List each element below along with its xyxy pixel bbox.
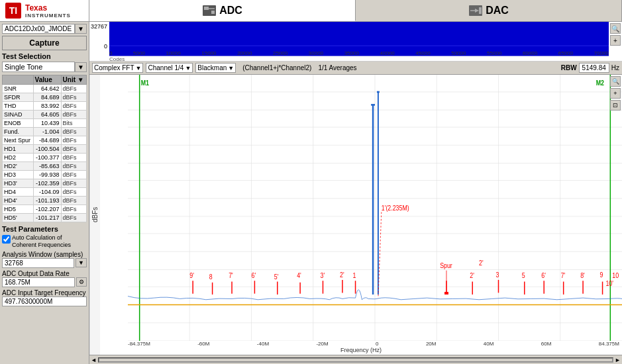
fft-main-svg: M1 M2 1'(2.235M): [128, 75, 622, 341]
metric-name: Next Spur: [3, 136, 34, 145]
x-tick-1: -84.375M: [128, 341, 150, 347]
adc-input-freq-value[interactable]: 497.76300000M: [2, 296, 87, 306]
svg-rect-9: [479, 7, 482, 14]
scrollbar-thumb[interactable]: [99, 358, 613, 362]
metric-unit: dBFs: [61, 162, 86, 171]
metric-value: 83.992: [33, 102, 61, 111]
metric-name: SFDR: [3, 93, 34, 102]
scrollbar-track[interactable]: [98, 357, 613, 363]
chart-area: 32767 0 0 5000 10000 15000 20000: [89, 22, 622, 364]
svg-text:6': 6': [541, 271, 546, 279]
metric-name: HD2: [3, 154, 34, 162]
metric-unit: dBFs: [61, 93, 86, 102]
table-row: HD4 -104.09 dBFs: [3, 188, 87, 197]
table-row: Fund. -1.004 dBFs: [3, 128, 87, 136]
metric-value: -99.938: [33, 171, 61, 179]
auto-calc-checkbox[interactable]: [2, 235, 11, 244]
metric-value: -101.217: [33, 214, 61, 222]
metric-value: -101.193: [33, 197, 61, 205]
svg-text:6': 6': [252, 271, 256, 279]
formula-label: (Channel1+j*Channel2): [242, 64, 311, 71]
ti-logo-icon: TI: [4, 1, 23, 20]
tab-adc[interactable]: ADC: [89, 0, 356, 21]
y-axis-label: dBFs: [89, 75, 100, 355]
metric-value: -100.377: [33, 154, 61, 162]
tab-dac-label: DAC: [486, 5, 509, 17]
metric-name: HD2': [3, 162, 34, 171]
chart-zoom-icon[interactable]: 🔍: [610, 76, 621, 87]
chart-zoom-plus[interactable]: +: [610, 88, 621, 99]
x-axis-label: Frequency (Hz): [100, 347, 622, 353]
svg-text:2': 2': [340, 271, 344, 279]
analysis-window-value[interactable]: 32768: [2, 258, 74, 268]
svg-text:2': 2': [479, 259, 484, 267]
window-select[interactable]: Blackman ▼: [195, 63, 236, 73]
metric-value: -85.663: [33, 162, 61, 171]
x-tick-8: 60M: [541, 341, 552, 347]
adc-output-rate-gear[interactable]: ⚙: [76, 277, 87, 287]
scroll-right-arrow[interactable]: ►: [613, 357, 621, 363]
svg-text:1'(2.235M): 1'(2.235M): [382, 204, 409, 212]
svg-text:Spur: Spur: [440, 261, 452, 269]
metric-value: -104.09: [33, 188, 61, 197]
header: TI Texas INSTRUMENTS ADC DAC: [0, 0, 622, 22]
adc-output-rate-value[interactable]: 168.75M: [2, 277, 75, 287]
x-tick-4: -20M: [316, 341, 328, 347]
auto-calc-row: Auto Calculation ofCoherent Frequencies: [2, 234, 87, 249]
test-selection-arrow[interactable]: ▼: [75, 62, 87, 72]
metric-unit: dBFs: [61, 205, 86, 214]
test-selection-dropdown: Single Tone ▼: [2, 62, 87, 72]
svg-text:5: 5: [522, 271, 525, 279]
svg-text:TI: TI: [9, 5, 17, 16]
table-row: HD5' -101.217 dBFs: [3, 214, 87, 222]
y-ticks-container: [100, 75, 128, 341]
codes-y-axis: 32767 0: [89, 22, 109, 56]
channel-select[interactable]: Channel 1/4 ▼: [146, 63, 193, 73]
device-name[interactable]: ADC12DJx00_JMODE: [2, 24, 75, 34]
dac-icon: [468, 5, 483, 17]
capture-button[interactable]: Capture: [2, 36, 87, 50]
plus-icon[interactable]: +: [610, 35, 621, 46]
table-row: HD2 -100.377 dBFs: [3, 154, 87, 162]
metric-name: HD5: [3, 205, 34, 214]
tab-dac[interactable]: DAC: [356, 0, 622, 21]
metric-value: 64.605: [33, 111, 61, 119]
table-row: HD1 -100.504 dBFs: [3, 145, 87, 154]
x-tick-5: 0: [376, 341, 378, 347]
metric-unit: dBFs: [61, 179, 86, 188]
x-tick-2: -60M: [197, 341, 209, 347]
metric-name: HD3': [3, 179, 34, 188]
x-tick-6: 20M: [426, 341, 437, 347]
svg-text:1: 1: [353, 271, 356, 279]
test-parameters: Test Parameters Auto Calculation ofCoher…: [2, 225, 87, 306]
adc-icon: [202, 5, 217, 17]
fft-type-select[interactable]: Complex FFT ▼: [92, 63, 143, 73]
metric-unit: dBFs: [61, 102, 86, 111]
chart-zoom-controls: 🔍 + ⊡: [610, 76, 621, 111]
left-panel: ADC12DJx00_JMODE ▼ Capture Test Selectio…: [0, 22, 89, 364]
x-ticks: -84.375M -60M -40M -20M 0 20M 40M 60M 84…: [100, 341, 622, 347]
analysis-window-label: Analysis Window (samples): [2, 251, 87, 258]
fft-canvas: M1 M2 1'(2.235M): [128, 75, 622, 341]
codes-canvas: 0 5000 10000 15000 20000 25000 30000 350…: [109, 22, 609, 56]
analysis-window-row: 32768 ▼: [2, 258, 87, 268]
zoom-icon[interactable]: 🔍: [610, 23, 621, 34]
metric-value: -1.004: [33, 128, 61, 136]
device-arrow[interactable]: ▼: [75, 24, 87, 34]
metric-name: HD5': [3, 214, 34, 222]
table-row: HD4' -101.193 dBFs: [3, 197, 87, 205]
test-selection-label: Test Selection: [2, 52, 87, 60]
metric-unit: dBFs: [61, 214, 86, 222]
chart-zoom-minus[interactable]: ⊡: [610, 100, 621, 111]
codes-x-ticks: 0 5000 10000 15000 20000 25000 30000 350…: [109, 50, 609, 56]
y-axis-svg: [100, 75, 128, 341]
metric-value: 64.642: [33, 85, 61, 93]
chart-scrollbar[interactable]: ◄ ►: [89, 355, 622, 364]
scroll-left-arrow[interactable]: ◄: [91, 357, 98, 363]
test-selection-value[interactable]: Single Tone: [2, 62, 75, 72]
analysis-window-arrow[interactable]: ▼: [76, 258, 87, 267]
chart-with-controls: M1 M2 1'(2.235M): [100, 75, 622, 355]
metric-value: -100.504: [33, 145, 61, 154]
metric-name: HD3: [3, 171, 34, 179]
svg-text:8': 8': [580, 271, 585, 279]
